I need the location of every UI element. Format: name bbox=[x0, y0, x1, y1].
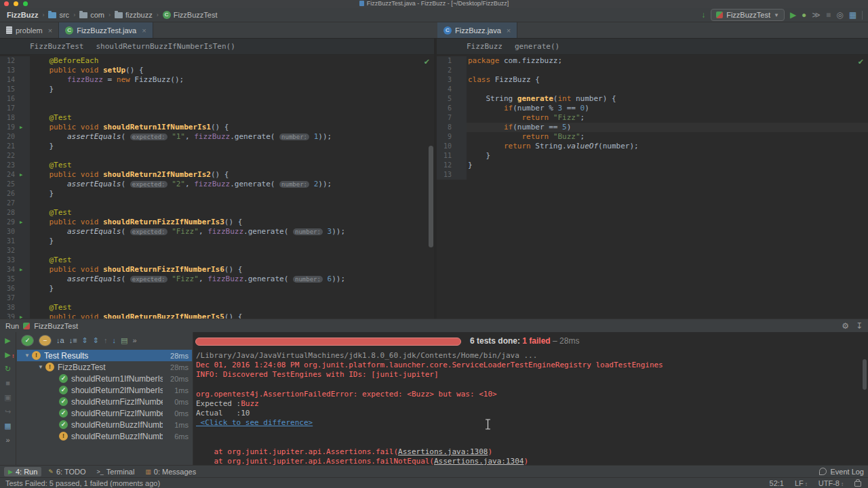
console-line bbox=[196, 428, 859, 438]
text-segment: 5 bbox=[562, 123, 567, 131]
gutter: 36 bbox=[0, 284, 30, 293]
code-line: 13 bbox=[437, 170, 868, 180]
expand-all-icon[interactable]: ⇕ bbox=[82, 336, 88, 345]
run-test-gutter-icon[interactable]: ▶ bbox=[16, 170, 26, 180]
stop-icon[interactable]: ■ bbox=[5, 379, 10, 387]
caret-position[interactable]: 52:1 bbox=[770, 479, 784, 487]
editor-tab-bar: problem×FizzBuzzTest.java× FizzBuzz.java… bbox=[0, 22, 868, 39]
test-tree-row[interactable]: ✓shouldReturnFizzIfNumbe0ms bbox=[17, 396, 192, 407]
line-separator-indicator[interactable]: LF↕ bbox=[795, 479, 808, 487]
collapse-all-icon[interactable]: ⇕ bbox=[93, 336, 99, 345]
text-segment: Dec 01, 2016 1:24:08 PM org.junit.platfo… bbox=[196, 361, 663, 369]
test-tree-row[interactable]: ✓shouldReturn2IfNumberIs21ms bbox=[17, 384, 192, 396]
text-segment: FizzBuzz(); bbox=[130, 75, 184, 84]
tab-problem[interactable]: problem× bbox=[0, 22, 59, 38]
breadcrumb-item[interactable]: src bbox=[47, 10, 71, 20]
test-tree-row[interactable]: ▼!FizzBuzzTest28ms bbox=[17, 361, 192, 373]
editor-scrollbar[interactable] bbox=[429, 146, 433, 247]
console-scrollbar[interactable] bbox=[863, 359, 867, 390]
next-failed-icon[interactable]: ↓ bbox=[112, 336, 116, 344]
more-icon[interactable]: » bbox=[5, 436, 9, 444]
stop-icon[interactable]: ■ bbox=[826, 10, 831, 20]
stacktrace-link[interactable]: Assertions.java:1308 bbox=[398, 447, 488, 456]
editor-left[interactable]: FizzBuzzTestshouldReturnBuzzIfNumberIsTe… bbox=[0, 39, 434, 319]
line-number: 2 bbox=[437, 66, 452, 75]
code-area[interactable]: 1package com.fizzbuzz;23class FizzBuzz {… bbox=[437, 55, 868, 319]
chevron-updown-icon: ↕ bbox=[805, 481, 808, 487]
text-segment: () { bbox=[211, 123, 229, 131]
code-line: 5 String generate(int number) { bbox=[437, 94, 868, 104]
run-test-gutter-icon[interactable]: ▶ bbox=[16, 265, 26, 274]
editor-right[interactable]: FizzBuzzgenerate() 1package com.fizzbuzz… bbox=[437, 39, 868, 319]
console-output[interactable]: /Library/Java/JavaVirtualMachines/jdk1.8… bbox=[196, 351, 859, 465]
more-options-icon[interactable]: » bbox=[132, 336, 136, 344]
coverage-icon[interactable]: ≫ bbox=[812, 10, 821, 20]
close-tab-icon[interactable]: × bbox=[48, 26, 52, 35]
breadcrumb-separator: › bbox=[73, 12, 75, 18]
stacktrace-link[interactable]: Assertions.java:1304 bbox=[434, 457, 524, 465]
editor-breadcrumb-item[interactable]: shouldReturnBuzzIfNumberIsTen() bbox=[96, 42, 235, 51]
test-tree-row[interactable]: ▼!Test Results28ms bbox=[17, 350, 192, 361]
test-tree-row[interactable]: ✓shouldReturnFizzIfNumbe0ms bbox=[17, 407, 192, 419]
run-icon[interactable]: ▶ bbox=[790, 10, 796, 20]
test-passed-icon: ✓ bbox=[59, 374, 68, 383]
breadcrumb-item[interactable]: fizzbuzz bbox=[113, 10, 154, 20]
run-config-label: FizzBuzzTest bbox=[726, 11, 770, 19]
text-segment: public void bbox=[31, 218, 103, 226]
sort-alphabetically-icon[interactable]: ↓a bbox=[56, 336, 64, 344]
rerun-icon[interactable]: ▶ bbox=[5, 336, 10, 344]
code-line: 16 bbox=[0, 94, 434, 104]
show-ignored-icon[interactable]: – bbox=[39, 335, 52, 346]
test-tree-row[interactable]: !shouldReturnBuzzIfNumb6ms bbox=[17, 430, 192, 442]
sort-by-duration-icon[interactable]: ↓≡ bbox=[69, 336, 77, 344]
run-test-gutter-icon[interactable]: ▶ bbox=[16, 123, 26, 132]
text-segment: fizzBuzz bbox=[208, 274, 243, 283]
attach-debugger-icon[interactable]: ◎ bbox=[836, 10, 843, 20]
gear-icon[interactable]: ⚙ bbox=[842, 321, 849, 331]
show-passed-icon[interactable]: ✓ bbox=[21, 335, 34, 346]
expander-icon[interactable]: ▼ bbox=[36, 364, 45, 370]
rerun-failed-icon[interactable]: ▶! bbox=[5, 350, 10, 359]
test-tree-row[interactable]: ✓shouldReturn1IfNumberIs20ms bbox=[17, 373, 192, 384]
code-text: package com.fizzbuzz; bbox=[467, 56, 868, 66]
vcs-update-icon[interactable]: ↓ bbox=[701, 10, 705, 20]
restore-layout-icon[interactable]: ▦ bbox=[4, 422, 11, 430]
editor-breadcrumb-item[interactable]: generate() bbox=[515, 42, 559, 51]
toolwindow-button-todo[interactable]: ✎6: TODO bbox=[44, 467, 90, 476]
console-pane[interactable]: 6 tests done: 1 failed – 28ms /Library/J… bbox=[193, 332, 868, 465]
line-number: 36 bbox=[0, 284, 15, 293]
breadcrumb-item[interactable]: FizzBuzzTest bbox=[161, 10, 219, 20]
toolwindow-button-run[interactable]: ▶4: Run bbox=[4, 467, 41, 476]
test-name: shouldReturnBuzzIfNumb bbox=[71, 432, 163, 441]
toolwindow-button-messages[interactable]: ▥0: Messages bbox=[141, 467, 200, 476]
editor-breadcrumb-item[interactable]: FizzBuzzTest bbox=[30, 42, 83, 51]
code-area[interactable]: 12 @BeforeEach13 public void setUp() {14… bbox=[0, 55, 434, 319]
close-tab-icon[interactable]: × bbox=[507, 26, 511, 35]
pause-output-icon[interactable]: ▣ bbox=[4, 393, 11, 401]
text-segment: "Buzz" bbox=[553, 132, 580, 141]
exit-icon[interactable]: ↪ bbox=[5, 407, 11, 415]
text-segment: String. bbox=[531, 142, 567, 150]
tab-fizzbuzz-java[interactable]: FizzBuzz.java× bbox=[437, 22, 517, 38]
breadcrumb-item[interactable]: com bbox=[78, 10, 106, 20]
run-test-gutter-icon[interactable]: ▶ bbox=[16, 218, 26, 227]
close-tab-icon[interactable]: × bbox=[142, 26, 146, 35]
event-log-button[interactable]: Event Log bbox=[819, 468, 864, 476]
editor-breadcrumb-item[interactable]: FizzBuzz bbox=[467, 42, 502, 51]
project-structure-icon[interactable]: ▦ bbox=[849, 10, 856, 20]
import-test-results-icon[interactable]: ▤ bbox=[121, 336, 127, 345]
test-tree-row[interactable]: ✓shouldReturnBuzzIfNumbe1ms bbox=[17, 419, 192, 430]
hide-panel-icon[interactable]: ↧ bbox=[856, 321, 863, 331]
run-test-gutter-icon[interactable]: ▶ bbox=[16, 312, 26, 319]
encoding-indicator[interactable]: UTF-8↕ bbox=[818, 479, 844, 487]
tab-fizzbuzztest-java[interactable]: FizzBuzzTest.java× bbox=[59, 22, 153, 38]
expander-icon[interactable]: ▼ bbox=[22, 352, 32, 359]
run-config-select[interactable]: FizzBuzzTest ▼ bbox=[711, 9, 785, 21]
debug-icon[interactable]: ● bbox=[802, 10, 806, 20]
diff-link[interactable]: <Click to see difference> bbox=[196, 418, 313, 427]
previous-failed-icon[interactable]: ↑ bbox=[104, 336, 108, 344]
toolwindow-button-terminal[interactable]: >_Terminal bbox=[93, 467, 139, 476]
lock-icon[interactable] bbox=[854, 481, 861, 487]
toggle-auto-test-icon[interactable]: ↻ bbox=[5, 365, 11, 373]
breadcrumb-item[interactable]: FizzBuzz bbox=[5, 10, 39, 20]
